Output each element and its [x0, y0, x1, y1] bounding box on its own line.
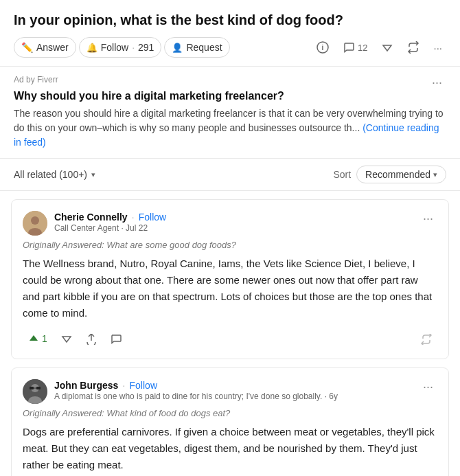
request-label: Request [186, 42, 222, 53]
more-header-button[interactable]: ··· [429, 39, 446, 56]
author-bio: A diplomat is one who is paid to dine fo… [54, 392, 419, 401]
filter-label: All related (100+) [14, 169, 87, 180]
filter-bar: All related (100+) ▾ Sort Recommended ▾ [0, 159, 460, 191]
upvote-button[interactable]: 1 [23, 330, 53, 347]
ad-text: The reason you should hire a digital mar… [14, 106, 446, 150]
svg-text:i: i [322, 44, 324, 52]
follow-count: 291 [138, 42, 154, 53]
filter-right: Sort Recommended ▾ [333, 166, 446, 183]
share-button[interactable] [415, 330, 437, 348]
sort-dropdown[interactable]: Recommended ▾ [356, 166, 446, 183]
answer-card: John Burgess · Follow A diplomat is one … [11, 367, 449, 476]
answer-date: Jul 22 [126, 223, 148, 233]
comment-button[interactable]: 12 [338, 38, 371, 56]
author-follow-link[interactable]: Follow [130, 380, 157, 391]
ad-title: Why should you hire a digital marketing … [14, 90, 446, 102]
author-info: Cherie Connelly · Follow Call Center Age… [54, 211, 419, 233]
sort-label: Sort [333, 169, 351, 180]
downvote-button[interactable] [56, 330, 78, 347]
answer-button[interactable]: ✏️ Answer [14, 37, 76, 58]
info-button[interactable]: i [312, 38, 333, 56]
bell-icon: 🔔 [87, 43, 97, 53]
author-name[interactable]: John Burgess [54, 380, 118, 391]
author-name-row: Cherie Connelly · Follow [54, 211, 419, 223]
author-separator: · [122, 379, 125, 391]
answer-header: John Burgess · Follow A diplomat is one … [23, 379, 437, 404]
author-name-row: John Burgess · Follow [54, 379, 419, 391]
author-separator: · [132, 211, 135, 223]
downvote-button[interactable] [377, 38, 398, 56]
ad-section: Ad by Fiverr ··· Why should you hire a d… [0, 67, 460, 159]
answer-card: Cherie Connelly · Follow Call Center Age… [11, 199, 449, 359]
page-container: In your opinion, what is the best kind o… [0, 0, 460, 476]
author-follow-link[interactable]: Follow [139, 212, 166, 223]
answer-header: Cherie Connelly · Follow Call Center Age… [23, 211, 437, 236]
header: In your opinion, what is the best kind o… [0, 0, 460, 67]
avatar [23, 211, 47, 236]
svg-rect-9 [36, 387, 41, 389]
answer-date: 6y [329, 392, 338, 401]
follow-separator: · [132, 42, 135, 53]
follow-button[interactable]: 🔔 Follow · 291 [79, 37, 162, 58]
svg-rect-8 [30, 387, 34, 389]
comment-button[interactable] [105, 330, 127, 348]
answer-actions: 1 [23, 330, 437, 348]
originally-answered: Originally Answered: What are some good … [23, 240, 437, 250]
comment-count: 12 [358, 43, 367, 53]
ad-more-button[interactable]: ··· [428, 75, 446, 90]
reshare-button[interactable] [80, 330, 102, 348]
ad-label: Ad by Fiverr [14, 75, 58, 84]
filter-dropdown[interactable]: All related (100+) ▾ [14, 169, 95, 180]
upvote-count: 1 [42, 333, 47, 344]
chevron-down-icon: ▾ [91, 170, 95, 179]
action-bar: ✏️ Answer 🔔 Follow · 291 👤 Request [14, 37, 446, 66]
answer-text: The Wellness brand, Nutro, Royal Canine,… [23, 256, 437, 321]
sort-chevron-icon: ▾ [433, 170, 437, 179]
answer-more-button[interactable]: ··· [419, 379, 437, 394]
answer-more-button[interactable]: ··· [419, 211, 437, 226]
answer-label: Answer [36, 42, 69, 53]
answer-text: Dogs are preferential carnivores. If giv… [23, 424, 437, 473]
sort-option: Recommended [365, 169, 430, 180]
originally-answered: Originally Answered: What kind of food d… [23, 408, 437, 418]
author-name[interactable]: Cherie Connelly [54, 212, 128, 223]
author-info: John Burgess · Follow A diplomat is one … [54, 379, 419, 401]
author-bio: Call Center Agent · Jul 22 [54, 223, 419, 233]
pencil-icon: ✏️ [21, 42, 33, 53]
svg-point-3 [31, 216, 39, 225]
request-button[interactable]: 👤 Request [164, 37, 229, 58]
avatar [23, 379, 47, 404]
question-title: In your opinion, what is the best kind o… [14, 11, 446, 29]
person-icon: 👤 [172, 43, 183, 53]
share-header-button[interactable] [403, 38, 424, 56]
action-bar-right: i 12 [312, 38, 446, 56]
follow-label: Follow [101, 42, 128, 53]
